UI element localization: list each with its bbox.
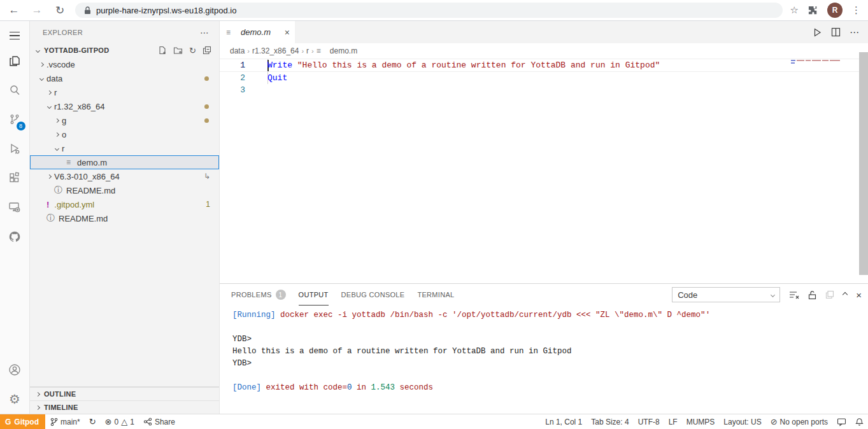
encoding: UTF-8 — [638, 418, 660, 426]
tree-item-demo-m-file[interactable]: ≡ demo.m — [30, 155, 219, 169]
minimap[interactable] — [791, 60, 841, 65]
tree-item-label: README.md — [59, 214, 108, 223]
chevron-down-icon — [771, 292, 775, 297]
code-editor[interactable]: 1 Write "Hello this is a demo of a routi… — [220, 59, 868, 283]
collapse-folders-icon[interactable] — [203, 46, 211, 55]
tree-item-v63-folder[interactable]: V6.3-010_x86_64 ↳ — [30, 169, 219, 183]
split-editor-icon[interactable] — [831, 27, 841, 37]
cursor-position-status[interactable]: Ln 1, Col 1 — [541, 414, 587, 429]
tree-item-r-folder[interactable]: r — [30, 85, 219, 99]
sidebar-header: EXPLORER ⋯ — [30, 21, 219, 43]
maximize-panel-icon[interactable] — [843, 293, 847, 297]
unlock-icon[interactable] — [808, 290, 816, 300]
tab-demo-m[interactable]: ≡ demo.m × — [220, 21, 295, 43]
line-number: 2 — [220, 72, 262, 84]
warning-icon: △ — [121, 417, 127, 426]
output-console[interactable]: [Running] docker exec -i yottadb /bin/ba… — [220, 306, 868, 414]
activity-explorer-icon[interactable] — [0, 46, 30, 76]
workspace-section-header[interactable]: YOTTADB-GITPOD ↻ — [30, 43, 219, 57]
feedback-button[interactable] — [832, 414, 851, 429]
file-icon: ≡ — [66, 158, 74, 167]
tree-item-o-folder[interactable]: o — [30, 127, 219, 141]
activity-remote-explorer-icon[interactable] — [0, 193, 30, 222]
panel-tab-label: PROBLEMS — [231, 291, 272, 299]
breadcrumb-data[interactable]: data — [230, 46, 245, 55]
output-channel-select[interactable]: Code — [672, 287, 780, 302]
browser-back-button[interactable]: ← — [6, 4, 22, 17]
panel-tab-label: DEBUG CONSOLE — [341, 291, 405, 299]
browser-toolbar: ← → ↻ purple-hare-iznyrpsl.ws-eu18.gitpo… — [0, 0, 868, 21]
language-mode-status[interactable]: MUMPS — [682, 414, 720, 429]
activity-run-debug-icon[interactable] — [0, 134, 30, 164]
branch-name: main* — [60, 418, 80, 426]
tree-item-r2-folder[interactable]: r — [30, 141, 219, 155]
tree-item-r132-folder[interactable]: r1.32_x86_64 — [30, 99, 219, 113]
editor-scrollbar[interactable] — [859, 52, 868, 275]
sidebar-more-actions-icon[interactable]: ⋯ — [200, 27, 209, 38]
menu-hamburger-icon[interactable] — [0, 25, 30, 46]
browser-forward-button[interactable]: → — [29, 4, 45, 17]
tree-item-label: r — [54, 88, 57, 97]
tab-close-icon[interactable]: × — [285, 27, 290, 38]
tab-size: Tab Size: 4 — [591, 418, 629, 426]
modified-dot-badge — [204, 76, 209, 81]
activity-settings-gear-icon[interactable]: ⚙ — [0, 384, 30, 414]
browser-reload-button[interactable]: ↻ — [52, 4, 68, 17]
clear-output-icon[interactable] — [789, 290, 799, 299]
clone-output-icon[interactable] — [825, 290, 834, 299]
lock-icon — [84, 6, 91, 15]
keyboard-layout-status[interactable]: Layout: US — [719, 414, 765, 429]
run-code-icon[interactable] — [812, 27, 822, 38]
modified-dot-badge — [204, 104, 209, 109]
activity-github-icon[interactable] — [0, 222, 30, 251]
new-file-icon[interactable] — [158, 46, 167, 55]
new-folder-icon[interactable] — [173, 46, 183, 55]
symlink-arrow-icon: ↳ — [204, 172, 210, 181]
tab-problems[interactable]: PROBLEMS 1 — [231, 284, 286, 306]
ports-status[interactable]: ⊘ No open ports — [766, 414, 832, 429]
browser-profile-avatar[interactable]: R — [827, 3, 843, 18]
outline-pane-header[interactable]: OUTLINE — [30, 387, 219, 400]
close-panel-icon[interactable]: × — [856, 290, 862, 300]
tab-debug-console[interactable]: DEBUG CONSOLE — [341, 284, 405, 306]
breadcrumb-r[interactable]: r — [306, 46, 309, 55]
sync-changes-button[interactable]: ↻ — [85, 414, 101, 429]
activity-source-control-icon[interactable]: 8 — [0, 105, 30, 134]
share-button[interactable]: Share — [139, 414, 180, 429]
address-bar[interactable]: purple-hare-iznyrpsl.ws-eu18.gitpod.io — [75, 3, 783, 18]
tree-item-readme-data-file[interactable]: ⓘ README.md — [30, 183, 219, 197]
gitpod-status-button[interactable]: G Gitpod — [0, 414, 45, 429]
extensions-puzzle-icon[interactable] — [808, 5, 818, 16]
branch-icon — [50, 418, 58, 426]
output-line-blank — [232, 321, 868, 334]
scm-changes-badge: 8 — [17, 122, 25, 130]
editor-more-actions-icon[interactable]: ⋯ — [850, 27, 859, 38]
tree-item-g-folder[interactable]: g — [30, 113, 219, 127]
activity-account-icon[interactable] — [0, 355, 30, 384]
refresh-explorer-icon[interactable]: ↻ — [189, 46, 196, 55]
browser-menu-icon[interactable]: ⋮ — [851, 4, 862, 16]
tab-output[interactable]: OUTPUT — [299, 284, 329, 306]
tab-size-status[interactable]: Tab Size: 4 — [587, 414, 633, 429]
git-branch-status[interactable]: main* — [45, 414, 85, 429]
tree-item-data-folder[interactable]: data — [30, 71, 219, 85]
activity-extensions-icon[interactable] — [0, 164, 30, 193]
tab-terminal[interactable]: TERMINAL — [417, 284, 454, 306]
eol-status[interactable]: LF — [664, 414, 682, 429]
breadcrumb-demo-m[interactable]: demo.m — [330, 46, 357, 55]
breadcrumb-r132[interactable]: r1.32_x86_64 — [252, 46, 299, 55]
bookmark-star-icon[interactable]: ☆ — [790, 4, 799, 16]
file-tree: .vscode data r r1.32_x86_64 — [30, 57, 219, 386]
panel-actions: Code × — [672, 287, 862, 302]
keyword-token: Quit — [267, 73, 287, 83]
chevron-down-icon — [46, 104, 51, 108]
problems-status[interactable]: ⊗ 0 △ 1 — [101, 414, 139, 429]
tree-item-readme-root-file[interactable]: ⓘ README.md — [30, 211, 219, 225]
tree-item-gitpod-yml-file[interactable]: ! .gitpod.yml 1 — [30, 197, 219, 211]
timeline-pane-header[interactable]: TIMELINE — [30, 400, 219, 414]
chevron-right-icon — [46, 174, 51, 178]
notifications-button[interactable] — [851, 414, 868, 429]
tree-item-vscode-folder[interactable]: .vscode — [30, 57, 219, 71]
encoding-status[interactable]: UTF-8 — [634, 414, 664, 429]
activity-search-icon[interactable] — [0, 76, 30, 105]
